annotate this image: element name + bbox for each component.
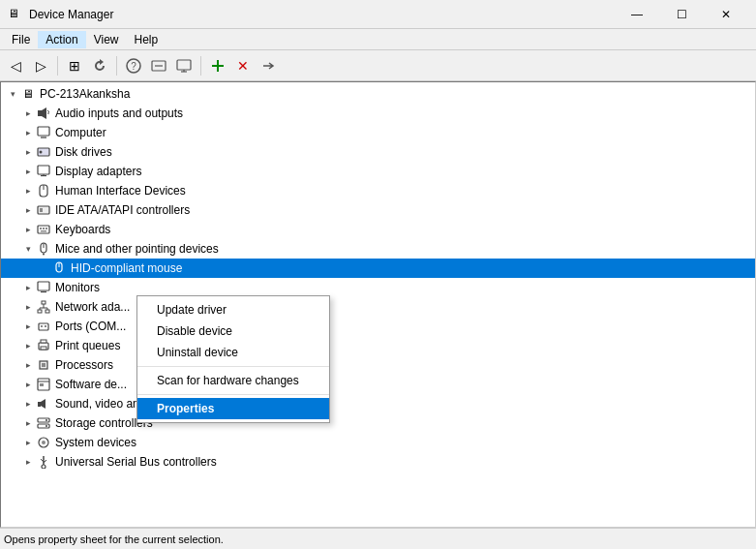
usb-expand-icon[interactable] bbox=[20, 454, 36, 470]
close-button[interactable]: ✕ bbox=[704, 0, 748, 29]
audio-expand-icon[interactable] bbox=[20, 106, 36, 121]
computer-icon: 🖥 bbox=[20, 86, 36, 102]
tree-item-storage[interactable]: Storage controllers bbox=[1, 413, 755, 433]
svg-rect-35 bbox=[38, 310, 42, 313]
tree-item-ports[interactable]: Ports (COM... bbox=[1, 317, 755, 336]
menu-view[interactable]: View bbox=[86, 31, 127, 48]
hid-expand-icon[interactable] bbox=[20, 183, 36, 198]
context-uninstall-device[interactable]: Uninstall device bbox=[137, 342, 329, 363]
ide-icon bbox=[36, 202, 51, 218]
uninstall-device-label: Uninstall device bbox=[157, 346, 238, 359]
software-expand-icon[interactable] bbox=[20, 377, 36, 392]
mice-expand-icon[interactable] bbox=[20, 241, 36, 257]
system-icon bbox=[36, 435, 51, 450]
display-button[interactable] bbox=[172, 54, 196, 77]
monitors-expand-icon[interactable] bbox=[20, 280, 36, 295]
computer-device-icon bbox=[36, 125, 51, 140]
tree-item-ide[interactable]: IDE ATA/ATAPI controllers bbox=[1, 200, 755, 220]
tree-item-sound[interactable]: Sound, video and game controllers bbox=[1, 394, 755, 413]
context-properties[interactable]: Properties bbox=[137, 398, 329, 419]
print-label: Print queues bbox=[55, 339, 120, 352]
svg-rect-42 bbox=[41, 325, 43, 327]
ports-expand-icon[interactable] bbox=[20, 319, 36, 334]
update-button[interactable] bbox=[257, 54, 280, 77]
menu-file[interactable]: File bbox=[4, 31, 38, 48]
root-expand-icon[interactable] bbox=[5, 86, 20, 102]
tree-item-usb[interactable]: Universal Serial Bus controllers bbox=[1, 452, 755, 472]
properties-button[interactable]: ⊞ bbox=[63, 54, 86, 77]
app-icon: 🖥 bbox=[8, 7, 23, 22]
ide-expand-icon[interactable] bbox=[20, 202, 36, 218]
back-button[interactable]: ◁ bbox=[4, 54, 27, 77]
storage-expand-icon[interactable] bbox=[20, 415, 36, 431]
tree-item-system[interactable]: System devices bbox=[1, 433, 755, 452]
monitors-label: Monitors bbox=[55, 281, 100, 294]
svg-marker-8 bbox=[42, 107, 46, 119]
tree-item-monitors[interactable]: Monitors bbox=[1, 278, 755, 297]
svg-marker-53 bbox=[41, 399, 45, 409]
software-label: Software de... bbox=[55, 378, 127, 391]
context-scan-hardware[interactable]: Scan for hardware changes bbox=[137, 370, 329, 391]
minimize-button[interactable]: — bbox=[615, 0, 659, 29]
computer-expand-icon[interactable] bbox=[20, 125, 36, 140]
sound-expand-icon[interactable] bbox=[20, 396, 36, 412]
remove-button[interactable]: ✕ bbox=[231, 54, 255, 77]
display-expand-icon[interactable] bbox=[20, 164, 36, 179]
tree-item-hid[interactable]: Human Interface Devices bbox=[1, 181, 755, 200]
tree-item-computer[interactable]: Computer bbox=[1, 123, 755, 142]
print-expand-icon[interactable] bbox=[20, 338, 36, 353]
tree-item-keyboard[interactable]: Keyboards bbox=[1, 220, 755, 239]
tree-item-disk[interactable]: Disk drives bbox=[1, 142, 755, 162]
svg-text:?: ? bbox=[131, 61, 136, 72]
toolbar-separator-1 bbox=[57, 56, 58, 76]
context-menu: Update driver Disable device Uninstall d… bbox=[136, 295, 330, 423]
tree-item-display[interactable]: Display adapters bbox=[1, 162, 755, 181]
context-disable-device[interactable]: Disable device bbox=[137, 320, 329, 342]
maximize-button[interactable]: ☐ bbox=[659, 0, 704, 29]
monitors-icon bbox=[36, 280, 51, 295]
svg-rect-7 bbox=[38, 110, 42, 116]
display-label: Display adapters bbox=[55, 165, 141, 178]
tree-item-mice[interactable]: Mice and other pointing devices bbox=[1, 239, 755, 259]
tree-item-software[interactable]: Software de... bbox=[1, 375, 755, 394]
tree-item-hid-mouse[interactable]: HID-compliant mouse bbox=[1, 259, 755, 278]
ide-label: IDE ATA/ATAPI controllers bbox=[55, 203, 190, 217]
menu-action[interactable]: Action bbox=[38, 31, 85, 48]
scan-button[interactable] bbox=[147, 54, 170, 77]
software-icon bbox=[36, 377, 51, 392]
device-tree[interactable]: 🖥 PC-213Akanksha Audio inputs and output… bbox=[1, 82, 755, 527]
refresh-button[interactable] bbox=[88, 54, 111, 77]
network-expand-icon[interactable] bbox=[20, 299, 36, 315]
toolbar: ◁ ▷ ⊞ ? ✕ bbox=[0, 50, 756, 81]
context-sep-1 bbox=[137, 366, 329, 367]
svg-rect-36 bbox=[45, 310, 49, 313]
computer-label: Computer bbox=[55, 126, 106, 139]
tree-item-processors[interactable]: Processors bbox=[1, 355, 755, 375]
tree-root[interactable]: 🖥 PC-213Akanksha bbox=[1, 84, 755, 104]
main-panel: 🖥 PC-213Akanksha Audio inputs and output… bbox=[0, 81, 756, 528]
svg-line-9 bbox=[47, 110, 49, 112]
processors-expand-icon[interactable] bbox=[20, 357, 36, 373]
svg-point-57 bbox=[45, 425, 47, 427]
status-bar: Opens property sheet for the current sel… bbox=[0, 528, 756, 549]
title-bar-text: Device Manager bbox=[29, 8, 615, 21]
disk-expand-icon[interactable] bbox=[20, 144, 36, 160]
add-driver-button[interactable] bbox=[206, 54, 229, 77]
network-icon bbox=[36, 299, 51, 315]
svg-rect-43 bbox=[45, 325, 46, 327]
context-update-driver[interactable]: Update driver bbox=[137, 299, 329, 320]
svg-rect-11 bbox=[38, 127, 49, 136]
tree-item-audio[interactable]: Audio inputs and outputs bbox=[1, 104, 755, 123]
forward-button[interactable]: ▷ bbox=[29, 54, 52, 77]
svg-rect-48 bbox=[42, 363, 45, 367]
keyboard-expand-icon[interactable] bbox=[20, 222, 36, 237]
tree-item-print[interactable]: Print queues bbox=[1, 336, 755, 355]
help-button[interactable]: ? bbox=[122, 54, 145, 77]
system-expand-icon[interactable] bbox=[20, 435, 36, 450]
processors-icon bbox=[36, 357, 51, 373]
hid-mouse-expand-icon bbox=[36, 260, 51, 276]
svg-point-14 bbox=[40, 151, 43, 154]
tree-item-network[interactable]: Network ada... bbox=[1, 297, 755, 317]
menu-help[interactable]: Help bbox=[127, 31, 166, 48]
svg-rect-45 bbox=[41, 340, 46, 343]
